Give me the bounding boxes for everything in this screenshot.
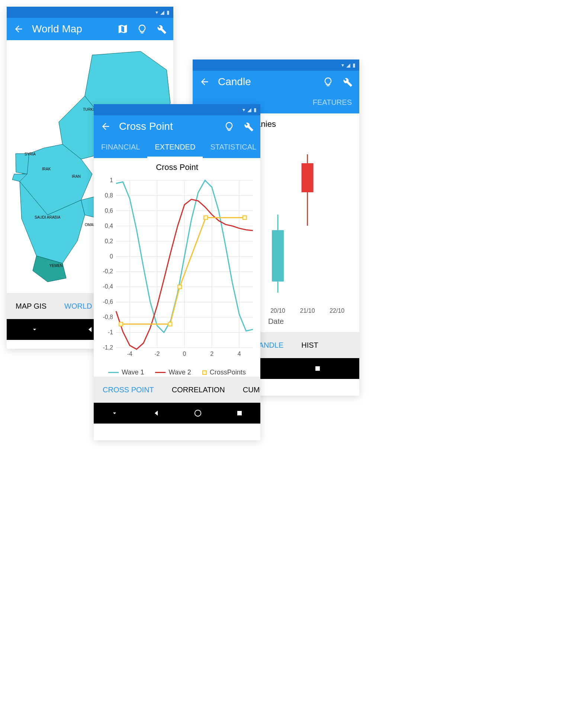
chart-title: Cross Point <box>94 158 260 177</box>
legend: Wave 1 Wave 2 CrossPoints <box>94 363 260 382</box>
svg-text:-4: -4 <box>127 351 132 357</box>
bulb-icon[interactable] <box>223 120 235 132</box>
app-bar: Cross Point <box>94 115 260 138</box>
signal-icon: ◢ <box>160 9 164 15</box>
svg-text:Date: Date <box>268 317 284 325</box>
svg-text:0,6: 0,6 <box>105 207 113 214</box>
wifi-icon: ▾ <box>155 9 158 15</box>
nav-down-icon[interactable] <box>29 324 40 335</box>
tab-financial[interactable]: FINANCIAL <box>94 138 147 158</box>
back-arrow-icon[interactable] <box>13 23 25 35</box>
svg-point-56 <box>195 410 201 416</box>
page-title: Candle <box>218 76 315 88</box>
app-bar: World Map <box>7 18 173 40</box>
nav-recent-icon[interactable] <box>312 363 323 374</box>
svg-text:-1,2: -1,2 <box>103 344 113 351</box>
svg-text:-0,8: -0,8 <box>103 314 113 320</box>
bottom-tab-hist[interactable]: HIST <box>292 341 327 350</box>
page-title: Cross Point <box>119 120 216 132</box>
bulb-icon[interactable] <box>322 76 334 88</box>
svg-text:4: 4 <box>238 351 241 357</box>
svg-text:-1: -1 <box>108 329 113 335</box>
svg-rect-16 <box>315 366 320 371</box>
svg-text:-0,6: -0,6 <box>103 299 113 305</box>
legend-item: Wave 2 <box>155 369 191 376</box>
back-arrow-icon[interactable] <box>199 76 211 88</box>
battery-icon: ▮ <box>254 107 257 113</box>
bottom-tab-cumulative[interactable]: CUMULATIVE <box>234 386 260 394</box>
wifi-icon: ▾ <box>242 107 245 113</box>
svg-rect-8 <box>302 163 314 192</box>
tab-features[interactable]: FEATURES <box>305 93 359 113</box>
svg-text:2: 2 <box>210 351 213 357</box>
battery-icon: ▮ <box>353 62 356 68</box>
signal-icon: ◢ <box>247 107 251 113</box>
nav-down-icon[interactable] <box>109 408 120 418</box>
svg-text:1: 1 <box>110 177 113 183</box>
wrench-icon[interactable] <box>155 23 167 35</box>
tab-extended[interactable]: EXTENDED <box>147 138 203 158</box>
svg-rect-54 <box>204 216 208 219</box>
battery-icon: ▮ <box>167 9 170 15</box>
svg-rect-52 <box>168 322 172 326</box>
bottom-tab-cross-point[interactable]: CROSS POINT <box>94 386 163 394</box>
wrench-icon[interactable] <box>242 120 254 132</box>
back-arrow-icon[interactable] <box>100 120 112 132</box>
nav-home-icon[interactable] <box>193 408 203 418</box>
status-bar: ▾ ◢ ▮ <box>7 7 173 18</box>
tab-statistical[interactable]: STATISTICAL <box>203 138 260 158</box>
svg-rect-53 <box>178 285 181 289</box>
svg-text:21/10: 21/10 <box>300 308 315 314</box>
svg-text:0,2: 0,2 <box>105 238 113 244</box>
app-bar: Candle <box>193 71 359 93</box>
wrench-icon[interactable] <box>341 76 353 88</box>
status-bar: ▾ ◢ ▮ <box>94 104 260 115</box>
svg-rect-6 <box>272 230 284 281</box>
svg-text:0: 0 <box>183 351 186 357</box>
map-label: IRAK <box>42 167 51 171</box>
bottom-tab-correlation[interactable]: CORRELATION <box>163 386 234 394</box>
bulb-icon[interactable] <box>136 23 148 35</box>
bottom-tab-map-gis[interactable]: MAP GIS <box>7 302 55 311</box>
tabs: FINANCIAL EXTENDED STATISTICAL <box>94 138 260 158</box>
map-label: SYRIA <box>25 152 36 156</box>
svg-rect-51 <box>119 322 123 326</box>
map-label: IRAN <box>72 174 81 178</box>
nav-back-icon[interactable] <box>151 408 161 418</box>
signal-icon: ◢ <box>346 62 350 68</box>
legend-item: Wave 1 <box>108 369 144 376</box>
svg-rect-55 <box>243 216 247 219</box>
svg-text:20/10: 20/10 <box>270 308 285 314</box>
svg-rect-57 <box>237 411 242 415</box>
wifi-icon: ▾ <box>341 62 344 68</box>
svg-text:0,8: 0,8 <box>105 192 113 199</box>
nav-bar <box>94 403 260 424</box>
svg-text:22/10: 22/10 <box>330 308 344 314</box>
cross-point-chart: Cross Point -1,2-1-0,8-0,6-0,4-0,200,20,… <box>94 158 260 377</box>
svg-text:0,4: 0,4 <box>105 223 113 229</box>
map-label: SAUDI ARABIA <box>35 215 61 219</box>
map-icon[interactable] <box>117 23 129 35</box>
svg-text:-0,2: -0,2 <box>103 268 113 274</box>
svg-text:-2: -2 <box>154 351 160 357</box>
map-label: YEMEN <box>49 264 63 268</box>
page-title: World Map <box>32 23 109 35</box>
nav-recent-icon[interactable] <box>234 408 245 418</box>
status-bar: ▾ ◢ ▮ <box>193 59 359 71</box>
svg-text:-0,4: -0,4 <box>103 283 113 290</box>
legend-item: CrossPoints <box>202 369 246 376</box>
svg-text:0: 0 <box>110 253 113 260</box>
